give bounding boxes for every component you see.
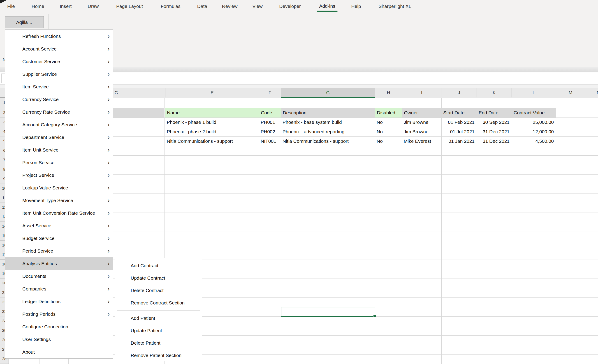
tab-add-ins[interactable]: Add-ins [317, 0, 337, 12]
column-header-j[interactable]: J [441, 88, 477, 97]
ribbon-group-separator [49, 14, 49, 30]
menu-item-period-service[interactable]: Period Service› [5, 245, 113, 257]
menu-item-posting-periods[interactable]: Posting Periods› [5, 308, 113, 321]
tab-home[interactable]: Home [29, 0, 47, 12]
header-cell-g2[interactable]: Description [283, 108, 374, 118]
column-header-m[interactable]: M [556, 88, 585, 97]
column-header-f[interactable]: F [259, 88, 281, 97]
column-header-k[interactable]: K [477, 88, 512, 97]
cell-j3[interactable]: 01 Feb 2021 [443, 118, 474, 127]
cell-g3[interactable]: Phoenix - base system build [282, 118, 373, 127]
cell-k5[interactable]: 31 Dec 2021 [478, 137, 510, 146]
cell-g5[interactable]: Nitia Communications - support [282, 137, 373, 146]
column-header-l[interactable]: L [512, 88, 556, 97]
menu-item-currency-service[interactable]: Currency Service› [5, 93, 113, 106]
submenu-chevron-icon: › [108, 232, 110, 244]
tab-help[interactable]: Help [349, 0, 363, 12]
fill-handle[interactable] [373, 314, 376, 318]
submenu-item-update-contract[interactable]: Update Contract [115, 272, 202, 284]
cell-e5[interactable]: Nitia Communications - support [167, 137, 257, 146]
menu-item-configure-connection[interactable]: Configure Connection [5, 321, 113, 333]
cell-e3[interactable]: Phoenix - phase 1 build [167, 118, 257, 127]
header-cell-l2[interactable]: Contract Value [514, 108, 555, 118]
cell-e4[interactable]: Phoenix - phase 2 build [167, 127, 257, 137]
header-cell-h2[interactable]: Disabled [377, 108, 401, 118]
header-cell-j2[interactable]: Start Date [443, 108, 475, 118]
menu-item-label: Item Unit Service [22, 144, 58, 156]
menu-item-supplier-service[interactable]: Supplier Service› [5, 68, 113, 81]
column-header-g[interactable]: G [281, 88, 375, 98]
submenu-chevron-icon: › [108, 68, 110, 80]
submenu-chevron-icon: › [108, 308, 110, 320]
tab-sharperlight-xl[interactable]: Sharperlight XL [376, 0, 414, 12]
tab-view[interactable]: View [250, 0, 265, 12]
cell-f5[interactable]: NIT001 [261, 137, 279, 146]
submenu-item-add-patient[interactable]: Add Patient [115, 312, 202, 324]
tab-page-layout[interactable]: Page Layout [114, 0, 145, 12]
menu-item-lookup-value-service[interactable]: Lookup Value Service› [5, 182, 113, 194]
header-cell-f2[interactable]: Code [261, 108, 280, 118]
submenu-item-update-patient[interactable]: Update Patient [115, 324, 202, 337]
cell-h4[interactable]: No [377, 127, 400, 137]
submenu-item-add-contract[interactable]: Add Contract [115, 259, 202, 272]
menu-item-movement-type-service[interactable]: Movement Type Service› [5, 194, 113, 207]
menu-item-label: User Settings [22, 333, 51, 346]
submenu-item-remove-patient-section[interactable]: Remove Patient Section [115, 349, 202, 362]
selected-cell-g23[interactable] [281, 307, 375, 317]
menu-item-user-settings[interactable]: User Settings [5, 333, 113, 346]
menu-item-person-service[interactable]: Person Service› [5, 156, 113, 169]
aqilla-menu-button[interactable]: Aqilla⌄ [5, 16, 44, 28]
column-header-n[interactable]: N [585, 88, 598, 97]
cell-f3[interactable]: PH001 [261, 118, 279, 127]
cell-h3[interactable]: No [377, 118, 400, 127]
menu-item-item-unit-service[interactable]: Item Unit Service› [5, 144, 113, 156]
menu-item-asset-service[interactable]: Asset Service› [5, 219, 113, 232]
cell-j5[interactable]: 01 Jan 2021 [443, 137, 474, 146]
column-header-i[interactable]: I [402, 88, 441, 97]
menu-item-about[interactable]: About [5, 346, 113, 358]
menu-item-account-service[interactable]: Account Service› [5, 43, 113, 55]
menu-item-department-service[interactable]: Department Service› [5, 131, 113, 144]
menu-item-analysis-entities[interactable]: Analysis Entities› [5, 257, 113, 270]
submenu-item-delete-patient[interactable]: Delete Patient [115, 337, 202, 349]
menu-item-refresh-functions[interactable]: Refresh Functions› [5, 30, 113, 43]
menu-item-project-service[interactable]: Project Service› [5, 169, 113, 182]
menu-item-companies[interactable]: Companies› [5, 283, 113, 295]
submenu-item-delete-contract[interactable]: Delete Contract [115, 284, 202, 297]
cell-f4[interactable]: PH002 [261, 127, 279, 137]
submenu-chevron-icon: › [108, 182, 110, 194]
tab-insert[interactable]: Insert [58, 0, 74, 12]
cell-i3[interactable]: Jim Browne [404, 118, 439, 127]
tab-review[interactable]: Review [220, 0, 240, 12]
cell-i5[interactable]: Mike Everest [404, 137, 439, 146]
menu-item-item-service[interactable]: Item Service› [5, 81, 113, 93]
column-header-e[interactable]: E [165, 88, 259, 97]
tab-file[interactable]: File [5, 0, 17, 12]
tab-draw[interactable]: Draw [85, 0, 101, 12]
cell-l5[interactable]: 4,500.00 [513, 137, 554, 146]
submenu-chevron-icon: › [108, 245, 110, 257]
cell-h5[interactable]: No [377, 137, 400, 146]
header-cell-i2[interactable]: Owner [404, 108, 440, 118]
header-cell-k2[interactable]: End Date [479, 108, 510, 118]
tab-formulas[interactable]: Formulas [158, 0, 183, 12]
tab-data[interactable]: Data [195, 0, 209, 12]
column-header-h[interactable]: H [375, 88, 402, 97]
menu-item-documents[interactable]: Documents› [5, 270, 113, 283]
tab-developer[interactable]: Developer [277, 0, 303, 12]
menu-item-currency-rate-service[interactable]: Currency Rate Service› [5, 106, 113, 118]
menu-item-budget-service[interactable]: Budget Service› [5, 232, 113, 245]
cell-i4[interactable]: Jim Browne [404, 127, 439, 137]
cell-l4[interactable]: 12,000.00 [513, 127, 554, 137]
menu-item-ledger-definitions[interactable]: Ledger Definitions› [5, 295, 113, 308]
cell-j4[interactable]: 01 Jul 2021 [443, 127, 474, 137]
cell-k3[interactable]: 30 Sep 2021 [478, 118, 510, 127]
header-cell-e2[interactable]: Name [167, 108, 258, 118]
cell-k4[interactable]: 31 Dec 2021 [478, 127, 510, 137]
cell-g4[interactable]: Phoenix - advanced reporting [282, 127, 373, 137]
cell-l3[interactable]: 25,000.00 [513, 118, 554, 127]
menu-item-account-category-service[interactable]: Account Category Service› [5, 118, 113, 131]
submenu-item-remove-contract-section[interactable]: Remove Contract Section [115, 297, 202, 309]
menu-item-customer-service[interactable]: Customer Service› [5, 55, 113, 68]
menu-item-item-unit-conversion-rate-service[interactable]: Item Unit Conversion Rate Service› [5, 207, 113, 219]
